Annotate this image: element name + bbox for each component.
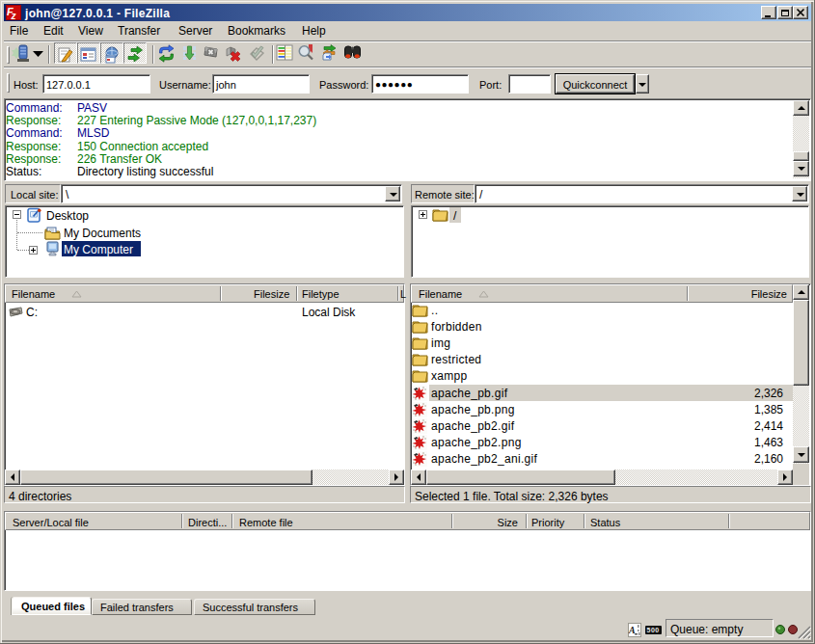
svg-text:A: A: [628, 625, 636, 635]
svg-text:z: z: [11, 11, 16, 21]
